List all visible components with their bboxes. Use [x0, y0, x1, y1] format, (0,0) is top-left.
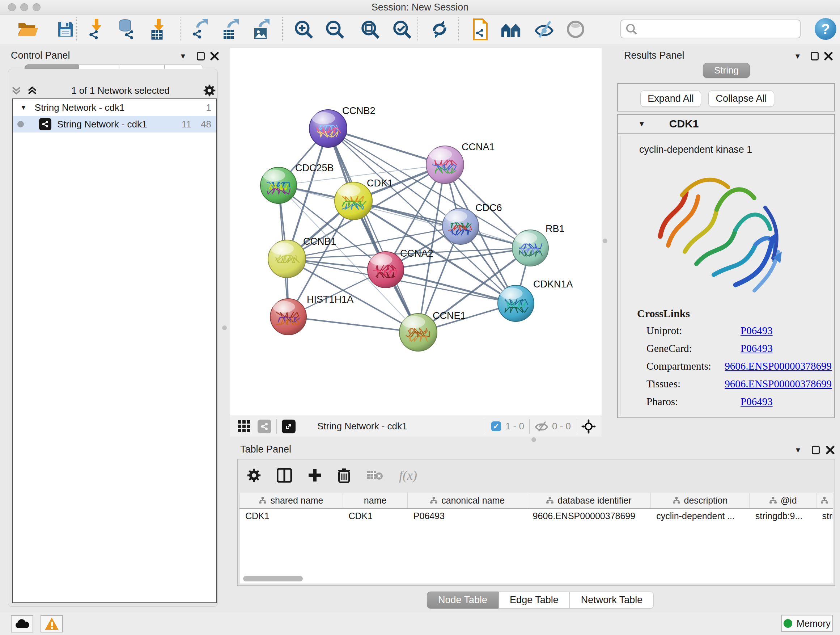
- network-tree-list: ▼ String Network - cdk1 1 String Network…: [12, 98, 217, 603]
- open-in-new-window-icon[interactable]: [282, 420, 295, 433]
- zoom-out-icon[interactable]: [324, 19, 345, 40]
- network-row-selected[interactable]: String Network - cdk1 11 48: [13, 116, 216, 133]
- delete-column-icon[interactable]: [338, 468, 351, 483]
- network-graph[interactable]: CCNB2CCNA1CDC25BCDK1CDC6RB1CCNB1CCNA2CDK…: [230, 48, 602, 416]
- table-cell[interactable]: stringdb:9...: [750, 508, 816, 524]
- gene-section-header[interactable]: ▼ CDK1: [618, 115, 834, 134]
- export-table-icon[interactable]: [220, 19, 241, 40]
- network-node-ccnb2[interactable]: CCNB2: [309, 105, 376, 147]
- column-header-database-identifier[interactable]: database identifier: [527, 493, 651, 508]
- import-network-icon[interactable]: [86, 19, 107, 40]
- open-session-icon[interactable]: [17, 19, 38, 40]
- tab-string[interactable]: String: [703, 63, 750, 78]
- expand-all-button[interactable]: Expand All: [640, 90, 701, 107]
- column-header-canonical-name[interactable]: canonical name: [408, 493, 527, 508]
- left-splitter-handle[interactable]: [222, 325, 227, 330]
- table-cell[interactable]: stringdb: [816, 508, 833, 524]
- show-columns-icon[interactable]: [277, 468, 292, 483]
- crosslink-value-link[interactable]: P06493: [741, 342, 773, 355]
- grid-view-icon[interactable]: [238, 420, 250, 432]
- network-share-view-icon[interactable]: [257, 420, 271, 433]
- network-node-rb1[interactable]: RB1: [512, 223, 565, 266]
- results-panel-title: Results Panel: [624, 50, 684, 61]
- tab-network-table[interactable]: Network Table: [570, 592, 654, 608]
- function-builder-icon[interactable]: f(x): [399, 468, 417, 483]
- export-network-icon[interactable]: [189, 19, 210, 40]
- control-panel: Control Panel ▼ NetworkStyleSelectSets 1…: [4, 48, 221, 607]
- float-panel-icon[interactable]: [195, 50, 207, 62]
- close-panel-icon[interactable]: [824, 444, 836, 456]
- import-database-icon[interactable]: [116, 19, 137, 40]
- horizontal-scrollbar-thumb[interactable]: [243, 576, 303, 581]
- gene-details: cyclin-dependent kinase 1 CrossLinks Un: [620, 136, 832, 415]
- show-all-icon[interactable]: [565, 19, 586, 40]
- tab-edge-table[interactable]: Edge Table: [499, 592, 570, 608]
- cloud-status-button[interactable]: [11, 615, 33, 632]
- table-cell[interactable]: cyclin-dependent ...: [651, 508, 750, 524]
- hide-selected-icon[interactable]: [534, 19, 555, 40]
- warning-icon: [44, 617, 59, 630]
- network-node-ccne1[interactable]: CCNE1: [399, 310, 466, 351]
- column-header--id[interactable]: @id: [750, 493, 816, 508]
- fit-content-crosshair-icon[interactable]: [581, 419, 596, 434]
- column-header-description[interactable]: description: [651, 493, 750, 508]
- first-neighbors-icon[interactable]: [501, 19, 522, 40]
- network-node-cdkn1a[interactable]: CDKN1A: [498, 279, 573, 321]
- gene-symbol: CDK1: [669, 118, 699, 130]
- table-options-gear-icon[interactable]: [247, 469, 261, 482]
- zoom-fit-icon[interactable]: [360, 19, 381, 40]
- zoom-selected-icon[interactable]: [392, 19, 412, 40]
- close-panel-icon[interactable]: [822, 50, 835, 62]
- close-panel-icon[interactable]: [208, 50, 221, 62]
- table-cell[interactable]: CDK1: [240, 508, 343, 524]
- collapse-panel-icon[interactable]: ▼: [794, 52, 801, 60]
- collapse-panel-icon[interactable]: ▼: [794, 446, 802, 454]
- column-header-namespace[interactable]: namespace: [816, 493, 833, 508]
- import-table-icon[interactable]: [148, 19, 169, 40]
- save-session-icon[interactable]: [55, 19, 76, 40]
- column-header-name[interactable]: name: [343, 493, 407, 508]
- collapse-all-icon[interactable]: [11, 85, 22, 96]
- expand-all-icon[interactable]: [27, 85, 38, 96]
- table-row: CDK1CDK1P064939606.ENSP00000378699cyclin…: [240, 508, 833, 524]
- help-button[interactable]: ?: [815, 18, 836, 40]
- search-input[interactable]: [637, 24, 793, 35]
- crosslink-value-link[interactable]: P06493: [741, 325, 773, 337]
- network-node-ccna1[interactable]: CCNA1: [426, 141, 495, 184]
- network-from-file-icon[interactable]: [469, 19, 490, 40]
- table-cell[interactable]: 9606.ENSP00000378699: [527, 508, 651, 524]
- refresh-network-icon[interactable]: [429, 19, 450, 40]
- right-splitter-handle[interactable]: [603, 239, 607, 243]
- network-node-hist1h1a[interactable]: HIST1H1A: [270, 294, 354, 335]
- float-panel-icon[interactable]: [810, 444, 822, 456]
- table-cell[interactable]: P06493: [408, 508, 527, 524]
- network-edge[interactable]: [288, 317, 418, 333]
- hidden-count-eye-icon[interactable]: [535, 421, 548, 432]
- search-field[interactable]: [621, 19, 801, 38]
- network-options-gear-icon[interactable]: [203, 84, 216, 97]
- network-node-cdk1[interactable]: CDK1: [335, 178, 393, 220]
- tab-node-table[interactable]: Node Table: [427, 592, 499, 608]
- crosslink-value-link[interactable]: 9606.ENSP00000378699: [725, 378, 832, 390]
- crosslink-value-link[interactable]: 9606.ENSP00000378699: [725, 360, 832, 372]
- crosslinks-title: CrossLinks: [621, 305, 832, 320]
- network-collection-row[interactable]: ▼ String Network - cdk1 1: [13, 99, 216, 116]
- zoom-in-icon[interactable]: [293, 19, 314, 40]
- export-image-icon[interactable]: [251, 19, 272, 40]
- collapse-all-button[interactable]: Collapse All: [708, 90, 774, 107]
- float-panel-icon[interactable]: [808, 50, 821, 62]
- network-edge[interactable]: [386, 270, 516, 303]
- tree-expander-icon[interactable]: ▼: [20, 104, 27, 111]
- network-node-ccna2[interactable]: CCNA2: [368, 248, 433, 288]
- memory-button[interactable]: Memory: [782, 615, 833, 632]
- crosslink-value-link[interactable]: P06493: [741, 396, 773, 408]
- column-header-shared-name[interactable]: shared name: [240, 493, 343, 508]
- create-column-icon[interactable]: [308, 469, 322, 482]
- collapse-panel-icon[interactable]: ▼: [180, 52, 187, 60]
- warning-status-button[interactable]: [41, 615, 63, 632]
- selected-count-checkbox-icon[interactable]: ✓: [491, 421, 501, 431]
- gene-expander-icon[interactable]: ▼: [638, 120, 645, 128]
- table-cell[interactable]: CDK1: [343, 508, 407, 524]
- network-canvas[interactable]: CCNB2CCNA1CDC25BCDK1CDC6RB1CCNB1CCNA2CDK…: [230, 48, 602, 416]
- delete-table-icon[interactable]: [366, 470, 383, 481]
